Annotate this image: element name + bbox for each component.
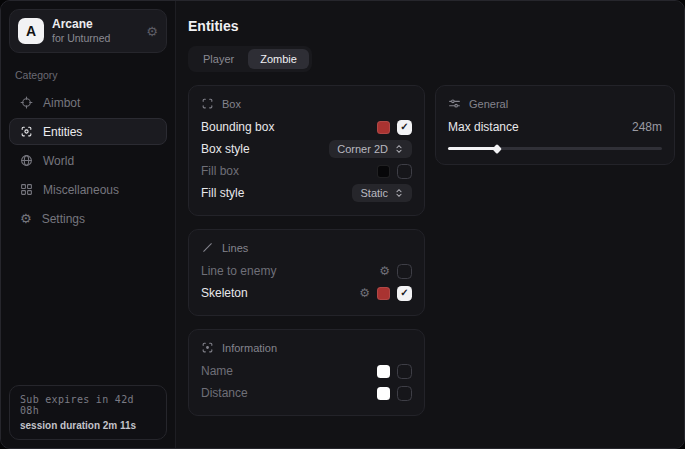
app-subtitle: for Unturned: [52, 32, 138, 45]
general-card-header: General: [448, 97, 662, 110]
box-card: Box Bounding box ✓ Box style Corner 2D: [188, 85, 425, 216]
lines-card: Lines Line to enemy ⚙ Skeleton ⚙: [188, 229, 425, 316]
app-logo: A: [18, 18, 44, 44]
sidebar-item-aimbot[interactable]: Aimbot: [9, 89, 167, 116]
setting-label: Fill style: [201, 186, 244, 200]
row-settings-gear-icon[interactable]: ⚙: [359, 287, 370, 299]
checkbox-checked[interactable]: ✓: [397, 120, 412, 135]
diagonal-line-icon: [201, 241, 214, 254]
setting-row-fill-style: Fill style Static: [201, 182, 412, 204]
setting-label: Name: [201, 364, 233, 378]
gear-icon: ⚙: [20, 212, 32, 225]
brand-settings-icon[interactable]: ⚙: [146, 25, 158, 38]
left-column: Box Bounding box ✓ Box style Corner 2D: [188, 85, 425, 416]
checkbox-unchecked[interactable]: [397, 386, 412, 401]
setting-label: Skeleton: [201, 286, 248, 300]
box-style-select[interactable]: Corner 2D: [329, 140, 412, 158]
settings-content: Box Bounding box ✓ Box style Corner 2D: [188, 85, 675, 416]
setting-row-line-to-enemy: Line to enemy ⚙: [201, 260, 412, 282]
setting-label: Fill box: [201, 164, 239, 178]
setting-row-name: Name: [201, 360, 412, 382]
setting-label: Bounding box: [201, 120, 274, 134]
check-icon: ✓: [400, 122, 408, 132]
setting-row-max-distance: Max distance 248m: [448, 116, 662, 138]
check-icon: ✓: [400, 288, 408, 298]
crosshair-icon: [20, 96, 33, 109]
box-card-title: Box: [222, 98, 241, 110]
setting-label: Max distance: [448, 120, 519, 134]
subscription-card: Sub expires in 42d 08h session duration …: [9, 385, 167, 440]
lines-card-title: Lines: [222, 242, 248, 254]
setting-row-box-style: Box style Corner 2D: [201, 138, 412, 160]
checkbox-unchecked[interactable]: [397, 364, 412, 379]
chevron-up-down-icon: [394, 144, 404, 154]
box-card-header: Box: [201, 97, 412, 110]
color-swatch[interactable]: [377, 121, 390, 134]
checkbox-unchecked[interactable]: [397, 264, 412, 279]
fill-style-select[interactable]: Static: [352, 184, 412, 202]
sidebar-item-label: Entities: [43, 125, 82, 139]
setting-row-distance: Distance: [201, 382, 412, 404]
info-target-icon: [201, 341, 214, 354]
sidebar-item-settings[interactable]: ⚙ Settings: [9, 205, 167, 232]
setting-row-bounding-box: Bounding box ✓: [201, 116, 412, 138]
entity-tabbar: Player Zombie: [188, 46, 312, 72]
setting-label: Line to enemy: [201, 264, 276, 278]
sidebar-item-entities[interactable]: Entities: [9, 118, 167, 145]
sidebar-item-label: Settings: [42, 212, 85, 226]
sidebar-item-label: Aimbot: [43, 96, 80, 110]
select-value: Static: [360, 187, 388, 199]
general-card-title: General: [469, 98, 508, 110]
grid-icon: [20, 183, 33, 196]
information-card-header: Information: [201, 341, 412, 354]
color-swatch[interactable]: [377, 165, 390, 178]
setting-row-fill-box: Fill box: [201, 160, 412, 182]
sidebar-item-miscellaneous[interactable]: Miscellaneous: [9, 176, 167, 203]
box-brackets-icon: [201, 97, 214, 110]
session-duration-text: session duration 2m 11s: [20, 420, 156, 431]
information-card: Information Name Distance: [188, 329, 425, 416]
tab-player[interactable]: Player: [191, 49, 246, 69]
color-swatch[interactable]: [377, 287, 390, 300]
sliders-icon: [448, 97, 461, 110]
sidebar-item-world[interactable]: World: [9, 147, 167, 174]
information-card-title: Information: [222, 342, 277, 354]
checkbox-checked[interactable]: ✓: [397, 286, 412, 301]
sidebar-item-label: World: [43, 154, 74, 168]
brand-text: Arcane for Unturned: [52, 17, 138, 45]
app-title: Arcane: [52, 17, 138, 32]
sidebar: A Arcane for Unturned ⚙ Category Aimbot …: [1, 1, 176, 448]
main-panel: Entities Player Zombie Box Bounding box: [176, 1, 685, 448]
general-card: General Max distance 248m: [435, 85, 675, 165]
app-window: A Arcane for Unturned ⚙ Category Aimbot …: [0, 0, 685, 449]
scan-eye-icon: [20, 125, 33, 138]
sidebar-nav: Aimbot Entities World Miscellaneous: [9, 89, 167, 232]
row-settings-gear-icon[interactable]: ⚙: [379, 265, 390, 277]
setting-label: Distance: [201, 386, 248, 400]
page-title: Entities: [188, 18, 675, 34]
globe-icon: [20, 154, 33, 167]
color-swatch[interactable]: [377, 365, 390, 378]
setting-row-skeleton: Skeleton ⚙ ✓: [201, 282, 412, 304]
slider-fill: [448, 147, 497, 150]
category-label: Category: [15, 69, 161, 81]
lines-card-header: Lines: [201, 241, 412, 254]
max-distance-value: 248m: [632, 120, 662, 134]
max-distance-slider[interactable]: [448, 147, 662, 150]
brand-card: A Arcane for Unturned ⚙: [9, 9, 167, 53]
select-value: Corner 2D: [337, 143, 388, 155]
tab-zombie[interactable]: Zombie: [248, 49, 309, 69]
checkbox-unchecked[interactable]: [397, 164, 412, 179]
chevron-up-down-icon: [394, 188, 404, 198]
sidebar-item-label: Miscellaneous: [43, 183, 119, 197]
right-column: General Max distance 248m: [435, 85, 675, 165]
setting-label: Box style: [201, 142, 250, 156]
slider-thumb[interactable]: [492, 144, 502, 154]
sub-expires-text: Sub expires in 42d 08h: [20, 394, 156, 416]
color-swatch[interactable]: [377, 387, 390, 400]
